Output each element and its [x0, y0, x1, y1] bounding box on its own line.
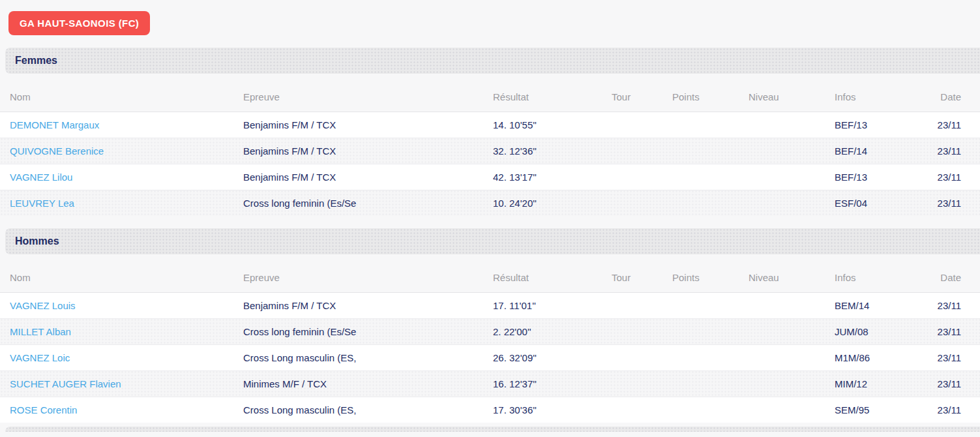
cell-tour: [612, 190, 672, 216]
cell-date: 23/11: [910, 370, 980, 397]
cell-nom: ROSE Corentin: [0, 397, 243, 423]
column-header-resultat: Résultat: [493, 74, 612, 112]
cell-infos: BEM/14: [835, 292, 910, 318]
column-header-nom: Nom: [0, 74, 243, 112]
cell-infos: JUM/08: [835, 318, 910, 344]
cell-resultat: 17. 11'01'': [493, 292, 612, 318]
cell-points: [672, 138, 749, 164]
section-title: Femmes: [15, 55, 57, 67]
athlete-name-link[interactable]: QUIVOGNE Berenice: [10, 145, 104, 157]
cell-infos: BEF/14: [835, 138, 910, 164]
cell-epreuve: Benjamins F/M / TCX: [243, 138, 493, 164]
section-title: Hommes: [15, 235, 59, 247]
results-table: NomEpreuveRésultatTourPointsNiveauInfosD…: [0, 254, 980, 423]
column-header-points: Points: [672, 254, 749, 292]
cell-date: 23/11: [910, 138, 980, 164]
cell-tour: [612, 370, 672, 397]
cell-infos: BEF/13: [835, 164, 910, 190]
cell-resultat: 42. 13'17'': [493, 164, 612, 190]
column-header-resultat: Résultat: [493, 254, 612, 292]
cell-tour: [612, 292, 672, 318]
athlete-name-link[interactable]: LEUVREY Lea: [10, 198, 74, 209]
column-header-niveau: Niveau: [749, 254, 835, 292]
cell-date: 23/11: [910, 318, 980, 344]
cell-date: 23/11: [910, 190, 980, 216]
athlete-name-link[interactable]: MILLET Alban: [10, 326, 71, 337]
cell-infos: M1M/86: [835, 344, 910, 370]
cell-niveau: [749, 370, 835, 397]
cell-infos: ESF/04: [835, 190, 910, 216]
cell-resultat: 10. 24'20'': [493, 190, 612, 216]
cell-nom: SUCHET AUGER Flavien: [0, 370, 243, 397]
sections-container: FemmesNomEpreuveRésultatTourPointsNiveau…: [0, 48, 980, 423]
cell-nom: MILLET Alban: [0, 318, 243, 344]
cell-tour: [612, 344, 672, 370]
club-button[interactable]: GA HAUT-SAONOIS (FC): [8, 11, 150, 35]
cell-epreuve: Benjamins F/M / TCX: [243, 112, 493, 138]
cell-nom: VAGNEZ Loic: [0, 344, 243, 370]
athlete-name-link[interactable]: DEMONET Margaux: [10, 119, 99, 130]
cell-date: 23/11: [910, 112, 980, 138]
cell-resultat: 16. 12'37'': [493, 370, 612, 397]
table-row: VAGNEZ LilouBenjamins F/M / TCX42. 13'17…: [0, 164, 980, 190]
cell-date: 23/11: [910, 344, 980, 370]
column-header-tour: Tour: [612, 74, 672, 112]
athlete-name-link[interactable]: SUCHET AUGER Flavien: [10, 378, 121, 389]
cell-points: [672, 397, 749, 423]
cell-nom: DEMONET Margaux: [0, 112, 243, 138]
table-row: SUCHET AUGER FlavienMinimes M/F / TCX16.…: [0, 370, 980, 397]
cell-epreuve: Cross Long masculin (ES,: [243, 397, 493, 423]
cell-nom: VAGNEZ Lilou: [0, 164, 243, 190]
cell-niveau: [749, 397, 835, 423]
cell-tour: [612, 318, 672, 344]
table-row: MILLET AlbanCross long feminin (Es/Se2. …: [0, 318, 980, 344]
cell-tour: [612, 138, 672, 164]
cell-points: [672, 318, 749, 344]
athlete-name-link[interactable]: VAGNEZ Lilou: [10, 172, 72, 183]
next-section-peek: [5, 427, 980, 432]
cell-infos: MIM/12: [835, 370, 910, 397]
cell-epreuve: Cross long feminin (Es/Se: [243, 190, 493, 216]
table-row: QUIVOGNE BereniceBenjamins F/M / TCX32. …: [0, 138, 980, 164]
table-header-row: NomEpreuveRésultatTourPointsNiveauInfosD…: [0, 74, 980, 112]
cell-niveau: [749, 292, 835, 318]
cell-nom: VAGNEZ Louis: [0, 292, 243, 318]
cell-resultat: 32. 12'36'': [493, 138, 612, 164]
cell-niveau: [749, 318, 835, 344]
table-header-row: NomEpreuveRésultatTourPointsNiveauInfosD…: [0, 254, 980, 292]
cell-epreuve: Benjamins F/M / TCX: [243, 164, 493, 190]
section-title-bar: Hommes: [5, 228, 980, 254]
cell-infos: BEF/13: [835, 112, 910, 138]
cell-epreuve: Cross Long masculin (ES,: [243, 344, 493, 370]
athlete-name-link[interactable]: VAGNEZ Loic: [10, 352, 70, 363]
cell-nom: QUIVOGNE Berenice: [0, 138, 243, 164]
cell-nom: LEUVREY Lea: [0, 190, 243, 216]
cell-epreuve: Minimes M/F / TCX: [243, 370, 493, 397]
athlete-name-link[interactable]: ROSE Corentin: [10, 404, 77, 415]
athlete-name-link[interactable]: VAGNEZ Louis: [10, 300, 76, 311]
column-header-niveau: Niveau: [749, 74, 835, 112]
column-header-infos: Infos: [835, 74, 910, 112]
cell-points: [672, 292, 749, 318]
cell-date: 23/11: [910, 292, 980, 318]
cell-tour: [612, 112, 672, 138]
cell-points: [672, 190, 749, 216]
results-table: NomEpreuveRésultatTourPointsNiveauInfosD…: [0, 74, 980, 216]
cell-points: [672, 164, 749, 190]
table-row: ROSE CorentinCross Long masculin (ES,17.…: [0, 397, 980, 423]
table-row: VAGNEZ LoicCross Long masculin (ES,26. 3…: [0, 344, 980, 370]
column-header-date: Date: [910, 74, 980, 112]
column-header-epreuve: Epreuve: [243, 74, 493, 112]
cell-infos: SEM/95: [835, 397, 910, 423]
column-header-nom: Nom: [0, 254, 243, 292]
cell-date: 23/11: [910, 164, 980, 190]
cell-niveau: [749, 164, 835, 190]
cell-niveau: [749, 190, 835, 216]
cell-points: [672, 112, 749, 138]
cell-tour: [612, 164, 672, 190]
cell-epreuve: Cross long feminin (Es/Se: [243, 318, 493, 344]
cell-resultat: 14. 10'55'': [493, 112, 612, 138]
section-title-bar: Femmes: [5, 48, 980, 74]
results-section-hommes: HommesNomEpreuveRésultatTourPointsNiveau…: [0, 228, 980, 423]
cell-resultat: 2. 22'00'': [493, 318, 612, 344]
